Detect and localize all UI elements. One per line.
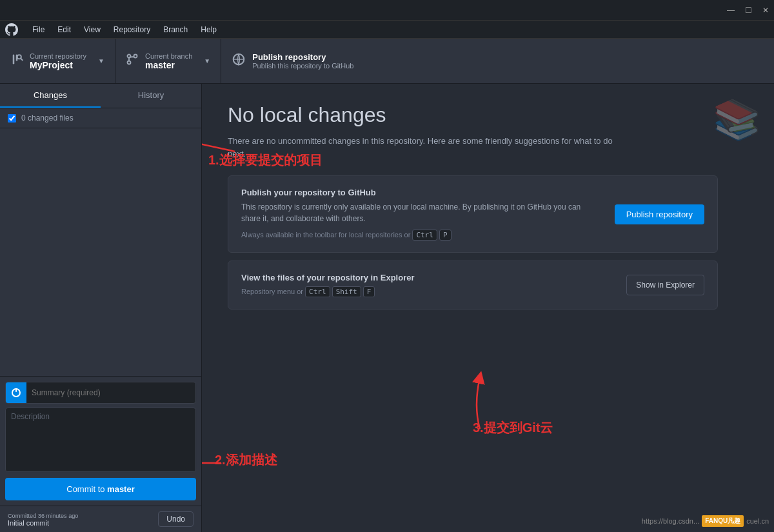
publish-card: Publish your repository to GitHub This r… <box>228 175 718 253</box>
select-all-checkbox[interactable] <box>8 114 16 123</box>
svg-line-3 <box>21 59 23 61</box>
branch-label: Current branch <box>145 52 192 60</box>
repo-name: MyProject <box>30 60 86 70</box>
watermark-sub: cuel.cn <box>746 517 769 525</box>
summary-row <box>5 382 196 404</box>
publish-icon <box>232 52 246 70</box>
kbd-f: F <box>363 286 375 297</box>
repo-dropdown-icon: ▼ <box>98 57 104 64</box>
annotation-3-text: 3.提交到Git云 <box>473 420 553 435</box>
menu-items: FileEditViewRepositoryBranchHelp <box>26 24 223 35</box>
no-changes-description: There are no uncommitted changes in this… <box>228 135 615 160</box>
kbd-p: P <box>439 230 452 241</box>
menu-item-file[interactable]: File <box>26 24 51 35</box>
maximize-button[interactable]: ☐ <box>745 6 752 15</box>
title-bar: — ☐ ✕ <box>0 0 774 21</box>
window-controls: — ☐ ✕ <box>727 6 769 15</box>
repo-text: Current repository MyProject <box>30 52 86 70</box>
explorer-card-title: View the files of your repository in Exp… <box>241 273 613 282</box>
repo-icon <box>10 53 23 69</box>
current-branch-section[interactable]: Current branch master ▼ <box>115 39 221 83</box>
menu-item-repository[interactable]: Repository <box>107 24 157 35</box>
last-commit-message: Initial commit <box>8 519 78 527</box>
kbd-shift: Shift <box>332 286 361 297</box>
sidebar-content <box>0 128 201 376</box>
close-button[interactable]: ✕ <box>762 6 769 15</box>
last-commit-time: Committed 36 minutes ago <box>8 513 78 519</box>
publish-repository-button[interactable]: Publish repository <box>615 204 704 224</box>
summary-input[interactable] <box>26 384 195 401</box>
annotation-2-text: 2.添加描述 <box>215 453 277 467</box>
main-layout: Changes History 0 changed files <box>0 84 774 532</box>
last-commit-info: Committed 36 minutes ago Initial commit <box>8 511 78 527</box>
github-logo <box>5 23 18 36</box>
menu-item-edit[interactable]: Edit <box>51 24 77 35</box>
publish-card-desc: This repository is currently only availa… <box>241 201 602 224</box>
book-decoration: 📚 <box>713 97 761 143</box>
changed-files-row: 0 changed files <box>0 108 201 128</box>
publish-card-hint: Always available in the toolbar for loca… <box>241 230 602 241</box>
watermark-brand: FANQU凡趣 <box>702 515 744 527</box>
commit-power-icon <box>6 382 26 403</box>
publish-section[interactable]: Publish repository Publish this reposito… <box>221 39 774 83</box>
toolbar: Current repository MyProject ▼ Current b… <box>0 39 774 84</box>
commit-area: Commit to master <box>0 376 201 506</box>
menu-item-view[interactable]: View <box>77 24 107 35</box>
current-repo-section[interactable]: Current repository MyProject ▼ <box>0 39 115 83</box>
repo-label: Current repository <box>30 52 86 60</box>
menu-item-help[interactable]: Help <box>194 24 223 35</box>
explorer-card-hint: Repository menu or Ctrl Shift F <box>241 286 613 297</box>
publish-card-title: Publish your repository to GitHub <box>241 188 602 197</box>
watermark: https://blog.csdn... FANQU凡趣 cuel.cn <box>642 515 769 527</box>
arrow-2 <box>202 457 221 469</box>
publish-label: Publish repository <box>252 52 353 62</box>
svg-point-6 <box>134 55 137 58</box>
last-commit-row: Committed 36 minutes ago Initial commit … <box>0 506 201 532</box>
branch-icon <box>126 53 139 69</box>
tab-changes[interactable]: Changes <box>0 84 101 108</box>
branch-dropdown-icon: ▼ <box>204 57 210 64</box>
undo-button[interactable]: Undo <box>158 511 194 527</box>
changed-files-count: 0 changed files <box>21 113 74 123</box>
explorer-card-text: View the files of your repository in Exp… <box>241 273 613 297</box>
no-changes-title: No local changes <box>228 103 748 127</box>
watermark-url: https://blog.csdn... <box>642 517 699 525</box>
tab-history[interactable]: History <box>101 84 201 108</box>
sidebar-tabs: Changes History <box>0 84 201 108</box>
menu-bar: FileEditViewRepositoryBranchHelp <box>0 21 774 39</box>
svg-rect-0 <box>13 55 15 64</box>
show-explorer-button[interactable]: Show in Explorer <box>626 275 704 295</box>
menu-item-branch[interactable]: Branch <box>157 24 194 35</box>
annotation-2: 2.添加描述 <box>215 451 277 469</box>
content-area: 📚 No local changes There are no uncommit… <box>202 84 774 532</box>
publish-card-text: Publish your repository to GitHub This r… <box>241 188 602 241</box>
branch-text: Current branch master <box>145 52 192 70</box>
explorer-card: View the files of your repository in Exp… <box>228 261 718 310</box>
kbd-ctrl: Ctrl <box>412 230 437 241</box>
description-input[interactable] <box>5 408 196 472</box>
svg-point-5 <box>127 61 130 64</box>
publish-text: Publish repository Publish this reposito… <box>252 52 353 70</box>
sidebar: Changes History 0 changed files <box>0 84 202 532</box>
annotation-3: 3.提交到Git云 <box>473 419 553 437</box>
publish-desc: Publish this repository to GitHub <box>252 62 353 70</box>
minimize-button[interactable]: — <box>727 6 735 15</box>
commit-button[interactable]: Commit to master <box>5 478 196 500</box>
branch-name: master <box>145 60 192 70</box>
kbd-ctrl2: Ctrl <box>305 286 330 297</box>
